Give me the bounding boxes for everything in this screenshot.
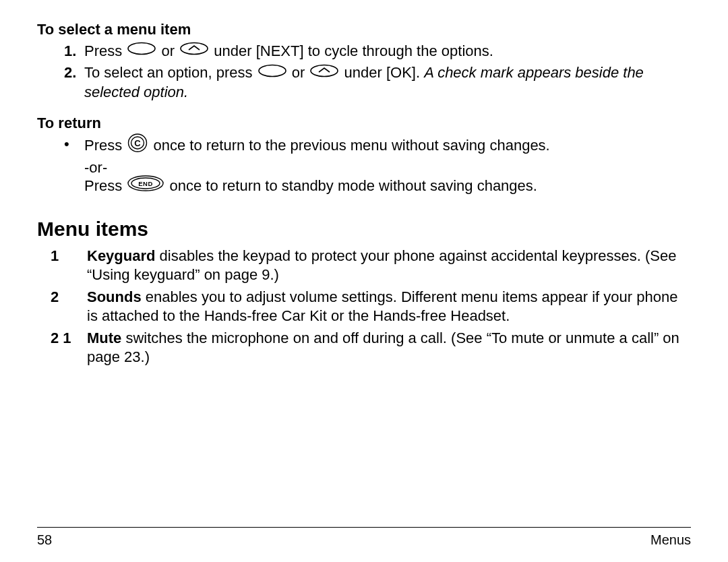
text: To select an option, press [84, 64, 257, 81]
menu-items-list: 1 Keyguard disables the keypad to protec… [37, 247, 691, 366]
text: under [NEXT] to cycle through the option… [214, 42, 493, 59]
menu-text: enables you to adjust volume settings. D… [87, 288, 677, 324]
step-2: 2. To select an option, press or under [… [64, 63, 691, 101]
bullet-row: • Press C once to return to the previous… [64, 135, 691, 197]
menu-code: 2 [51, 288, 87, 325]
step-content: Press or under [NEXT] to cycle through t… [84, 42, 691, 61]
page-footer: 58 Menus [37, 527, 691, 549]
menu-item-mute: 2 1 Mute switches the microphone on and … [51, 329, 691, 366]
step-number: 1. [64, 42, 84, 61]
menu-item-sounds: 2 Sounds enables you to adjust volume se… [51, 288, 691, 325]
svg-text:C: C [135, 138, 142, 148]
menu-text: disables the keypad to protect your phon… [87, 247, 676, 283]
bullet: • [64, 135, 84, 197]
heading-to-select: To select a menu item [37, 20, 691, 39]
section-to-select: To select a menu item 1. Press or under … [37, 20, 691, 102]
section-menu-items: Menu items 1 Keyguard disables the keypa… [37, 216, 691, 367]
menu-desc: Keyguard disables the keypad to protect … [87, 247, 691, 284]
text: Press [84, 137, 126, 154]
heading-to-return: To return [37, 114, 691, 133]
up-arrow-oval-icon [180, 41, 208, 60]
svg-point-1 [181, 42, 208, 54]
menu-text: switches the microphone on and off durin… [87, 330, 679, 365]
menu-term: Mute [87, 330, 121, 346]
step-content: To select an option, press or under [OK]… [84, 63, 691, 101]
page-number: 58 [37, 532, 52, 549]
svg-point-2 [259, 65, 286, 76]
text: or [292, 64, 309, 81]
text: once to return to standby mode without s… [169, 177, 537, 194]
section-to-return: To return • Press C once to return to th… [37, 114, 691, 197]
menu-code: 2 1 [51, 329, 87, 366]
svg-point-3 [311, 65, 338, 76]
menu-code: 1 [51, 247, 87, 284]
text: Press [84, 42, 126, 59]
oval-button-icon [258, 63, 286, 82]
up-arrow-oval-icon [310, 63, 338, 82]
menu-term: Keyguard [87, 247, 155, 264]
ordered-list: 1. Press or under [NEXT] to cycle throug… [37, 42, 691, 102]
text: Press [84, 177, 126, 194]
bullet-content: Press C once to return to the previous m… [84, 135, 691, 197]
heading-menu-items: Menu items [37, 216, 691, 242]
svg-text:END: END [139, 180, 154, 187]
or-text: -or- [84, 159, 107, 176]
menu-desc: Mute switches the microphone on and off … [87, 329, 691, 366]
oval-button-icon [127, 41, 156, 60]
c-key-icon: C [127, 133, 148, 157]
end-key-icon: END [127, 175, 164, 196]
text: under [OK]. [344, 64, 425, 81]
bullet-list: • Press C once to return to the previous… [37, 135, 691, 197]
step-1: 1. Press or under [NEXT] to cycle throug… [64, 42, 691, 61]
menu-term: Sounds [87, 288, 142, 305]
text: or [161, 42, 179, 59]
text: once to return to the previous menu with… [153, 137, 549, 154]
section-name: Menus [650, 532, 691, 549]
menu-item-keyguard: 1 Keyguard disables the keypad to protec… [51, 247, 691, 284]
step-number: 2. [64, 63, 84, 101]
menu-desc: Sounds enables you to adjust volume sett… [87, 288, 691, 325]
svg-point-0 [128, 42, 155, 54]
